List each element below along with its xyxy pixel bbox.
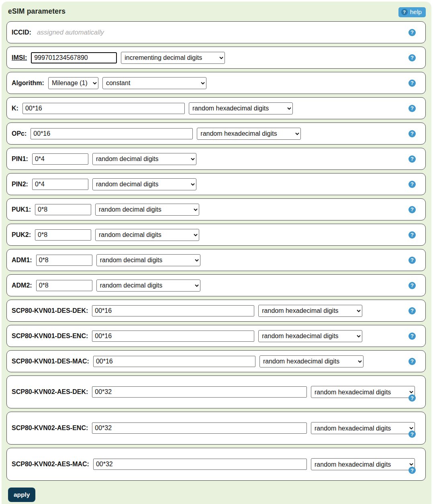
help-icon[interactable]: ?	[408, 29, 416, 36]
iccid-label: ICCID:	[12, 29, 31, 36]
page-header: eSIM parameters ? help	[6, 6, 426, 21]
param-row-imsi: IMSI: incrementing decimal digits ?	[6, 47, 426, 69]
help-button-label: help	[410, 8, 422, 16]
help-icon[interactable]: ?	[408, 358, 416, 365]
scp80-kvn01-des-dek-label: SCP80-KVN01-DES-DEK:	[12, 307, 88, 314]
param-row-puk1: PUK1: random decimal digits ?	[6, 198, 426, 220]
param-row-puk2: PUK2: random decimal digits ?	[6, 224, 426, 246]
help-icon[interactable]: ?	[408, 80, 416, 87]
param-row-k: K: random hexadecimal digits ?	[6, 97, 426, 119]
help-icon[interactable]: ?	[408, 257, 416, 264]
help-icon[interactable]: ?	[408, 155, 416, 163]
pin1-label: PIN1:	[12, 155, 28, 163]
scp80-kvn02-aes-dek-label: SCP80-KVN02-AES-DEK:	[12, 388, 88, 396]
puk2-mode-select[interactable]: random decimal digits	[95, 229, 199, 241]
param-row-scp80-kvn02-aes-dek: SCP80-KVN02-AES-DEK: random hexadecimal …	[6, 375, 426, 408]
scp80-kvn02-aes-enc-input[interactable]	[92, 422, 307, 434]
imsi-mode-select[interactable]: incrementing decimal digits	[121, 52, 225, 64]
param-row-iccid: ICCID: assigned automatically ?	[6, 21, 426, 43]
scp80-kvn01-des-dek-input[interactable]	[92, 305, 254, 316]
scp80-kvn01-des-mac-input[interactable]	[93, 356, 255, 367]
help-icon[interactable]: ?	[408, 181, 416, 188]
adm1-mode-select[interactable]: random decimal digits	[96, 254, 200, 266]
help-icon[interactable]: ?	[408, 206, 416, 213]
help-icon[interactable]: ?	[408, 282, 416, 289]
puk1-input[interactable]	[35, 204, 91, 215]
esim-parameters-panel: eSIM parameters ? help ICCID: assigned a…	[2, 2, 431, 504]
scp80-kvn02-aes-mac-label: SCP80-KVN02-AES-MAC:	[12, 461, 89, 468]
scp80-kvn02-aes-enc-label: SCP80-KVN02-AES-ENC:	[12, 424, 88, 432]
iccid-auto-note: assigned automatically	[37, 29, 104, 36]
algorithm-select[interactable]: Milenage (1)	[48, 77, 98, 89]
puk1-label: PUK1:	[12, 206, 31, 213]
help-icon[interactable]: ?	[408, 54, 416, 61]
param-row-scp80-kvn01-des-mac: SCP80-KVN01-DES-MAC: random hexadecimal …	[6, 350, 426, 372]
param-row-scp80-kvn02-aes-enc: SCP80-KVN02-AES-ENC: random hexadecimal …	[6, 412, 426, 445]
param-row-adm2: ADM2: random decimal digits ?	[6, 274, 426, 296]
imsi-input[interactable]	[31, 52, 117, 63]
adm2-label: ADM2:	[12, 282, 32, 289]
pin1-mode-select[interactable]: random decimal digits	[92, 153, 196, 165]
circle-question-icon: ?	[401, 9, 408, 15]
help-icon[interactable]: ?	[408, 231, 416, 239]
opc-label: OPc:	[12, 130, 27, 137]
param-row-scp80-kvn02-aes-mac: SCP80-KVN02-AES-MAC: random hexadecimal …	[6, 448, 426, 481]
param-row-algorithm: Algorithm: Milenage (1) constant ?	[6, 72, 426, 94]
scp80-kvn02-aes-mac-mode-select[interactable]: random hexadecimal digits	[311, 458, 415, 470]
help-icon[interactable]: ?	[408, 467, 416, 474]
help-icon[interactable]: ?	[408, 130, 416, 137]
scp80-kvn02-aes-enc-mode-select[interactable]: random hexadecimal digits	[311, 422, 415, 434]
param-row-scp80-kvn01-des-enc: SCP80-KVN01-DES-ENC: random hexadecimal …	[6, 325, 426, 347]
adm1-label: ADM1:	[12, 257, 32, 264]
help-icon[interactable]: ?	[408, 431, 416, 438]
imsi-label: IMSI:	[12, 54, 27, 61]
pin2-mode-select[interactable]: random decimal digits	[92, 178, 196, 190]
scp80-kvn01-des-dek-mode-select[interactable]: random hexadecimal digits	[258, 305, 362, 317]
scp80-kvn02-aes-dek-input[interactable]	[92, 386, 307, 398]
k-mode-select[interactable]: random hexadecimal digits	[189, 102, 293, 114]
puk2-label: PUK2:	[12, 231, 31, 239]
help-icon[interactable]: ?	[408, 307, 416, 314]
help-button[interactable]: ? help	[398, 7, 426, 17]
pin2-input[interactable]	[32, 179, 88, 190]
pin1-input[interactable]	[32, 153, 88, 165]
scp80-kvn01-des-mac-mode-select[interactable]: random hexadecimal digits	[259, 355, 364, 367]
scp80-kvn01-des-enc-label: SCP80-KVN01-DES-ENC:	[12, 333, 88, 340]
scp80-kvn02-aes-mac-input[interactable]	[93, 459, 307, 470]
scp80-kvn02-aes-dek-mode-select[interactable]: random hexadecimal digits	[311, 386, 415, 398]
scp80-kvn01-des-enc-input[interactable]	[92, 331, 254, 342]
help-icon[interactable]: ?	[408, 105, 416, 112]
param-row-adm1: ADM1: random decimal digits ?	[6, 249, 426, 271]
apply-button[interactable]: apply	[8, 488, 35, 502]
page-title: eSIM parameters	[8, 7, 65, 16]
k-input[interactable]	[22, 103, 185, 114]
param-row-scp80-kvn01-des-dek: SCP80-KVN01-DES-DEK: random hexadecimal …	[6, 300, 426, 322]
scp80-kvn01-des-enc-mode-select[interactable]: random hexadecimal digits	[258, 330, 362, 342]
adm2-input[interactable]	[36, 280, 92, 291]
param-row-pin1: PIN1: random decimal digits ?	[6, 148, 426, 170]
algorithm-mode-select[interactable]: constant	[102, 77, 206, 89]
opc-mode-select[interactable]: random hexadecimal digits	[197, 128, 301, 140]
param-row-opc: OPc: random hexadecimal digits ?	[6, 122, 426, 145]
puk1-mode-select[interactable]: random decimal digits	[95, 204, 199, 216]
help-icon[interactable]: ?	[408, 394, 416, 402]
opc-input[interactable]	[31, 128, 193, 139]
help-icon[interactable]: ?	[408, 333, 416, 340]
param-row-pin2: PIN2: random decimal digits ?	[6, 173, 426, 195]
scp80-kvn01-des-mac-label: SCP80-KVN01-DES-MAC:	[12, 358, 89, 365]
adm1-input[interactable]	[36, 255, 92, 266]
puk2-input[interactable]	[35, 229, 91, 241]
adm2-mode-select[interactable]: random decimal digits	[96, 280, 200, 292]
algorithm-label: Algorithm:	[12, 80, 44, 87]
pin2-label: PIN2:	[12, 181, 28, 188]
k-label: K:	[12, 105, 18, 112]
